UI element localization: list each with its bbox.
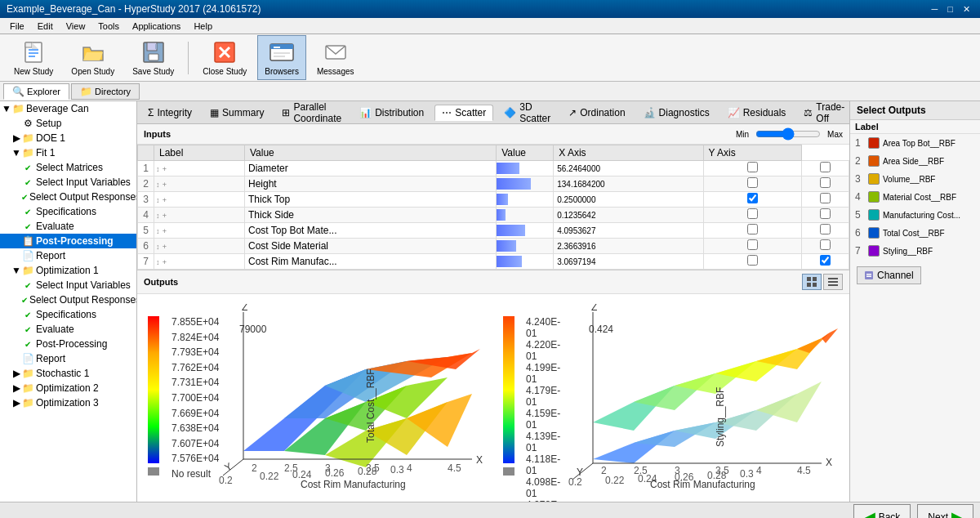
sidebar-item-opt1-specifications[interactable]: ✔ Specifications xyxy=(0,307,136,322)
yaxis-checkbox[interactable] xyxy=(820,177,831,188)
sidebar-item-opt1-post-processing[interactable]: ✔ Post-Processing xyxy=(0,337,136,351)
xaxis-checkbox[interactable] xyxy=(747,224,758,234)
tab-directory[interactable]: 📁 Directory xyxy=(71,83,140,100)
tab-residuals[interactable]: 📈 Residuals xyxy=(720,105,794,121)
menu-applications[interactable]: Applications xyxy=(126,20,187,33)
row-xaxis-check[interactable] xyxy=(703,176,802,192)
tab-integrity[interactable]: Σ Integrity xyxy=(140,105,199,121)
output-label: Manufacturing Cost... xyxy=(883,211,960,220)
minimize-btn[interactable]: ─ xyxy=(929,4,942,15)
row-yaxis-check[interactable] xyxy=(802,254,849,270)
menu-view[interactable]: View xyxy=(60,20,92,33)
output-list-item[interactable]: 1 Area Top Bot__RBF xyxy=(850,134,980,152)
yaxis-checkbox[interactable] xyxy=(820,208,831,219)
sidebar-item-setup[interactable]: ⚙ Setup xyxy=(0,116,136,131)
expand-icon: ▶ xyxy=(11,368,21,379)
messages-button[interactable]: Messages xyxy=(310,35,362,80)
yaxis-checkbox[interactable] xyxy=(820,162,831,172)
row-num: 3 xyxy=(138,192,154,208)
row-yaxis-check[interactable] xyxy=(802,192,849,208)
menu-file[interactable]: File xyxy=(3,20,31,33)
browsers-button[interactable]: Browsers xyxy=(257,35,306,80)
sidebar-item-select-matrices[interactable]: ✔ Select Matrices xyxy=(0,160,136,175)
menu-help[interactable]: Help xyxy=(187,20,219,33)
sidebar-item-opt1-select-input[interactable]: ✔ Select Input Variables xyxy=(0,278,136,292)
back-button[interactable]: ◀ Back xyxy=(853,504,911,519)
yaxis-checkbox[interactable] xyxy=(820,193,831,203)
yaxis-checkbox[interactable] xyxy=(820,239,831,250)
row-yaxis-check[interactable] xyxy=(802,223,849,239)
channel-button[interactable]: Channel xyxy=(857,266,921,284)
row-xaxis-check[interactable] xyxy=(703,161,802,176)
tab-3d-scatter[interactable]: 🔷 3D Scatter xyxy=(497,101,558,127)
row-yaxis-check[interactable] xyxy=(802,208,849,223)
output-list-item[interactable]: 2 Area Side__RBF xyxy=(850,152,980,170)
sidebar-item-opt1-report[interactable]: 📄 Report xyxy=(0,351,136,366)
sidebar-item-beverage-can[interactable]: ▼ 📁 Beverage Can xyxy=(0,101,136,116)
output-list-item[interactable]: 3 Volume__RBF xyxy=(850,170,980,188)
row-yaxis-check[interactable] xyxy=(802,161,849,176)
list-view-btn[interactable] xyxy=(823,274,843,290)
output-list-item[interactable]: 6 Total Cost__RBF xyxy=(850,224,980,242)
xaxis-checkbox[interactable] xyxy=(747,255,758,266)
row-xaxis-check[interactable] xyxy=(703,208,802,223)
row-yaxis-check[interactable] xyxy=(802,239,849,254)
sidebar-item-optimization1[interactable]: ▼ 📁 Optimization 1 xyxy=(0,263,136,278)
tab-explorer[interactable]: 🔍 Explorer xyxy=(3,83,69,100)
range-slider[interactable] xyxy=(755,127,821,141)
sidebar-item-select-output[interactable]: ✔ Select Output Responses xyxy=(0,190,136,204)
save-study-button[interactable]: Save Study xyxy=(125,35,181,80)
row-num: 2 xyxy=(138,176,154,192)
menu-tools[interactable]: Tools xyxy=(91,20,126,33)
sidebar-item-post-processing[interactable]: 📋 Post-Processing xyxy=(0,234,136,248)
sidebar-item-stochastic1[interactable]: ▶ 📁 Stochastic 1 xyxy=(0,366,136,381)
tab-ordination[interactable]: ↗ Ordination xyxy=(561,105,632,121)
menu-edit[interactable]: Edit xyxy=(31,20,60,33)
sidebar-item-specifications[interactable]: ✔ Specifications xyxy=(0,204,136,219)
sidebar-item-select-input-vars[interactable]: ✔ Select Input Variables xyxy=(0,175,136,190)
xaxis-checkbox[interactable] xyxy=(747,239,758,250)
sidebar-item-opt1-evaluate[interactable]: ✔ Evaluate xyxy=(0,322,136,337)
output-list-item[interactable]: 5 Manufacturing Cost... xyxy=(850,206,980,224)
row-xaxis-check[interactable] xyxy=(703,192,802,208)
row-xaxis-check[interactable] xyxy=(703,239,802,254)
next-button[interactable]: Next ▶ xyxy=(917,504,973,519)
grid-view-btn[interactable] xyxy=(802,274,822,290)
xaxis-checkbox[interactable] xyxy=(747,193,758,203)
tab-trade-off[interactable]: ⚖ Trade-Off xyxy=(796,101,849,127)
close-study-button[interactable]: Close Study xyxy=(195,35,254,80)
xaxis-checkbox[interactable] xyxy=(747,162,758,172)
sidebar-item-evaluate[interactable]: ✔ Evaluate xyxy=(0,219,136,234)
expand-icon: ▶ xyxy=(11,397,21,409)
tab-distribution[interactable]: 📊 Distribution xyxy=(352,105,431,121)
xaxis-checkbox[interactable] xyxy=(747,177,758,188)
sidebar-item-fit1[interactable]: ▼ 📁 Fit 1 xyxy=(0,145,136,160)
row-xaxis-check[interactable] xyxy=(703,254,802,270)
sidebar-item-report[interactable]: 📄 Report xyxy=(0,248,136,263)
tab-diagnostics[interactable]: 🔬 Diagnostics xyxy=(636,105,717,121)
yaxis-checkbox[interactable] xyxy=(820,224,831,234)
sidebar-item-opt1-select-output[interactable]: ✔ Select Output Responses xyxy=(0,292,136,307)
row-yaxis-check[interactable] xyxy=(802,176,849,192)
row-xaxis-check[interactable] xyxy=(703,223,802,239)
xaxis-checkbox[interactable] xyxy=(747,208,758,219)
row-icon-cell: ↕ + xyxy=(154,176,245,192)
maximize-btn[interactable]: □ xyxy=(944,4,956,15)
tab-parallel-coord[interactable]: ⊞ Parallel Coordinate xyxy=(274,101,349,127)
sidebar-item-doe1[interactable]: ▶ 📁 DOE 1 xyxy=(0,131,136,145)
output-list-item[interactable]: 7 Styling__RBF xyxy=(850,242,980,260)
sidebar-item-optimization2[interactable]: ▶ 📁 Optimization 2 xyxy=(0,381,136,395)
close-btn[interactable]: ✕ xyxy=(960,4,973,15)
svg-text:Styling__RBF: Styling__RBF xyxy=(715,387,726,447)
sidebar-item-optimization3[interactable]: ▶ 📁 Optimization 3 xyxy=(0,395,136,410)
plot1-colorscale xyxy=(140,308,170,488)
messages-icon xyxy=(323,39,349,65)
plot-1-container: 7.855E+04 7.824E+04 7.793E+04 7.762E+04 … xyxy=(140,304,497,492)
yaxis-checkbox[interactable] xyxy=(820,255,831,266)
new-study-button[interactable]: New Study xyxy=(7,35,60,80)
open-study-button[interactable]: Open Study xyxy=(64,35,122,80)
tab-scatter[interactable]: ⋯ Scatter xyxy=(434,105,493,121)
output-list-item[interactable]: 4 Material Cost__RBF xyxy=(850,188,980,206)
svg-rect-3 xyxy=(29,56,35,57)
tab-summary[interactable]: ▦ Summary xyxy=(203,105,271,121)
